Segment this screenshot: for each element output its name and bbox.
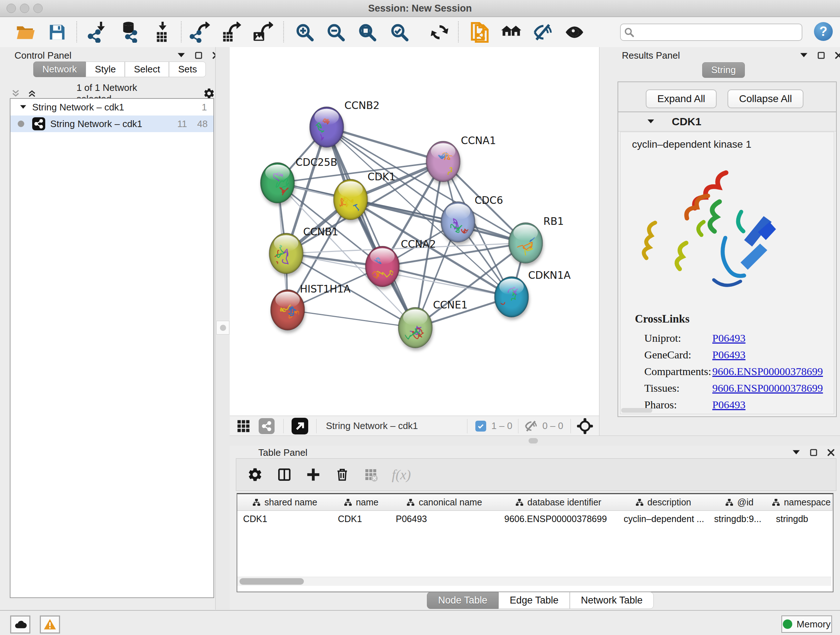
edge-CCNB2-CCNE1[interactable] xyxy=(327,127,415,328)
table-cell[interactable]: stringdb xyxy=(770,511,832,527)
add-column-icon[interactable] xyxy=(306,467,321,482)
column-header--id[interactable]: @id xyxy=(708,494,771,511)
column-header-name[interactable]: name xyxy=(332,494,390,511)
show-columns-icon[interactable] xyxy=(277,467,292,482)
network-row-selected[interactable]: String Network – cdk1 11 48 xyxy=(11,116,213,132)
crosslink-value-link[interactable]: P06493 xyxy=(712,332,745,344)
tab-edge-table[interactable]: Edge Table xyxy=(499,592,570,609)
export-table-icon[interactable] xyxy=(219,21,243,44)
expand-all-icon[interactable] xyxy=(11,88,21,99)
vertical-splitter[interactable] xyxy=(215,47,231,610)
section-expand-icon[interactable] xyxy=(646,117,655,126)
string-style-icon[interactable] xyxy=(259,418,275,434)
crosslink-value-link[interactable]: P06493 xyxy=(712,399,745,411)
zoom-out-icon[interactable] xyxy=(324,21,347,44)
edge-CCNA2-CDKN1A[interactable] xyxy=(382,266,512,297)
node-CCNB2[interactable] xyxy=(309,107,344,147)
node-CDC25B[interactable] xyxy=(261,163,294,203)
expand-all-button[interactable]: Expand All xyxy=(646,89,717,108)
table-options-gear-icon[interactable] xyxy=(247,467,263,483)
node-CDK1[interactable] xyxy=(333,179,368,220)
edge-HIST1H1A-CCNE1[interactable] xyxy=(287,310,415,328)
float-panel-icon[interactable] xyxy=(809,448,818,457)
table-cell[interactable]: CDK1 xyxy=(237,511,332,527)
crosslink-value-link[interactable]: P06493 xyxy=(712,348,745,361)
network-canvas[interactable]: CCNB2CCNA1CDC25BCDK1CDC6RB1CCNB1CCNA2CDK… xyxy=(230,47,599,416)
node-HIST1H1A[interactable] xyxy=(271,290,305,330)
column-header-namespace[interactable]: namespace xyxy=(770,494,832,511)
hidden-eye-slash-icon[interactable] xyxy=(524,419,538,433)
column-header-canonical-name[interactable]: canonical name xyxy=(390,494,499,511)
edge-CCNB2-CCNA1[interactable] xyxy=(327,127,443,162)
memory-button[interactable]: Memory xyxy=(782,616,832,633)
node-CDC6[interactable] xyxy=(441,202,475,242)
tab-string[interactable]: String xyxy=(702,62,745,78)
node-CCNB1[interactable] xyxy=(269,233,303,274)
import-network-database-icon[interactable] xyxy=(117,21,140,44)
table-hscrollbar-thumb[interactable] xyxy=(240,578,304,585)
table-cell[interactable]: cyclin–dependent ... xyxy=(618,511,708,527)
share-document-icon[interactable] xyxy=(468,21,491,44)
zoom-fit-icon[interactable] xyxy=(355,21,379,44)
collapse-all-button[interactable]: Collapse All xyxy=(728,89,804,108)
column-header-database-identifier[interactable]: database identifier xyxy=(499,494,618,511)
import-table-file-icon[interactable] xyxy=(150,21,173,44)
refresh-icon[interactable] xyxy=(428,21,451,44)
network-collection-row[interactable]: String Network – cdk1 1 xyxy=(11,99,213,116)
open-session-icon[interactable] xyxy=(14,21,37,44)
close-panel-icon[interactable] xyxy=(826,448,836,457)
table-hscrollbar[interactable] xyxy=(237,577,831,586)
splitter-handle[interactable] xyxy=(216,321,229,334)
collapse-panel-icon[interactable] xyxy=(177,51,186,60)
column-header-shared-name[interactable]: shared name xyxy=(237,494,332,511)
cloud-button[interactable] xyxy=(10,616,30,633)
collapse-panel-icon[interactable] xyxy=(791,448,801,457)
collapse-all-icon[interactable] xyxy=(27,88,37,99)
zoom-in-icon[interactable] xyxy=(293,21,316,44)
node-CDKN1A[interactable] xyxy=(488,277,529,317)
float-panel-icon[interactable] xyxy=(816,51,826,60)
table-cell[interactable]: stringdb:9... xyxy=(708,511,770,527)
tab-network-table[interactable]: Network Table xyxy=(570,592,654,609)
center-view-crosshair-icon[interactable] xyxy=(576,418,593,434)
import-network-file-icon[interactable] xyxy=(87,21,110,44)
node-CCNA1[interactable] xyxy=(426,141,460,182)
tab-style[interactable]: Style xyxy=(86,62,125,77)
results-hscrollbar[interactable] xyxy=(621,408,652,413)
search-input[interactable] xyxy=(620,24,802,41)
hide-glasses-icon[interactable] xyxy=(531,21,554,44)
tab-sets[interactable]: Sets xyxy=(169,62,206,77)
splitter-handle[interactable] xyxy=(529,438,538,443)
table-cell[interactable]: P06493 xyxy=(390,511,499,527)
table-cell[interactable]: CDK1 xyxy=(332,511,390,527)
search-field[interactable] xyxy=(638,27,802,38)
collection-expand-icon[interactable] xyxy=(19,103,27,111)
node-RB1[interactable] xyxy=(508,223,543,263)
open-in-window-icon[interactable] xyxy=(292,418,308,434)
warnings-button[interactable] xyxy=(40,616,60,633)
network-node-count: 11 xyxy=(177,119,187,130)
save-session-icon[interactable] xyxy=(46,21,69,44)
delete-column-icon[interactable] xyxy=(335,467,350,482)
collapse-panel-icon[interactable] xyxy=(799,51,808,60)
horizontal-splitter[interactable] xyxy=(230,435,840,447)
crosslink-value-link[interactable]: 9606.ENSP00000378699 xyxy=(712,382,823,394)
float-panel-icon[interactable] xyxy=(194,51,203,60)
help-button[interactable]: ? xyxy=(814,22,833,41)
zoom-selected-icon[interactable] xyxy=(388,21,411,44)
gene-section-header[interactable]: CDK1 xyxy=(618,112,836,131)
tab-network[interactable]: Network xyxy=(33,62,86,77)
table-cell[interactable]: 9606.ENSP00000378699 xyxy=(499,511,618,527)
crosslink-value-link[interactable]: 9606.ENSP00000378699 xyxy=(712,365,823,378)
selected-checkbox-icon[interactable] xyxy=(475,421,486,432)
close-panel-icon[interactable] xyxy=(834,51,840,60)
home-icon[interactable] xyxy=(500,21,523,44)
column-header-description[interactable]: description xyxy=(618,494,709,511)
export-network-icon[interactable] xyxy=(188,21,212,44)
node-CCNE1[interactable] xyxy=(398,307,432,348)
tab-select[interactable]: Select xyxy=(125,62,169,77)
export-image-icon[interactable] xyxy=(251,21,274,44)
birdseye-grid-icon[interactable] xyxy=(235,418,251,434)
node-CCNA2[interactable] xyxy=(365,246,399,287)
tab-node-table[interactable]: Node Table xyxy=(427,592,499,609)
